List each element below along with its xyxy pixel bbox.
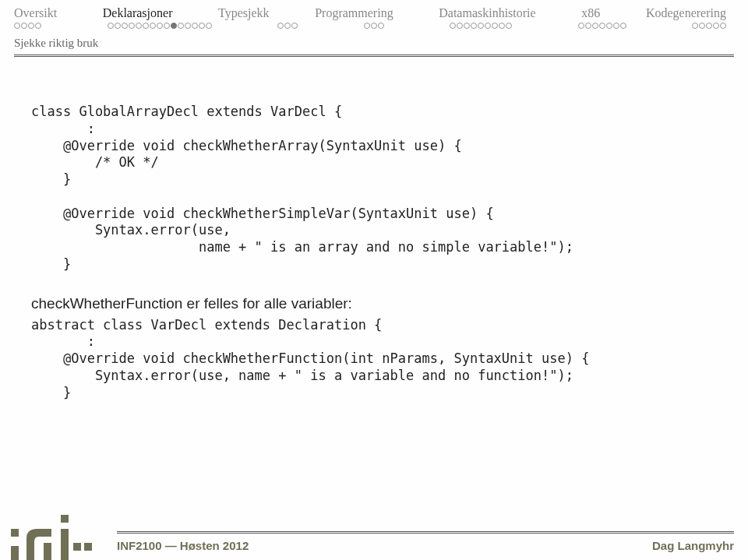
nav-tab[interactable]: Typesjekk <box>218 6 270 20</box>
progress-group <box>364 23 384 29</box>
progress-pip[interactable] <box>485 23 491 29</box>
progress-pip[interactable] <box>136 23 142 29</box>
nav-tab[interactable]: Datamaskinhistorie <box>439 6 535 20</box>
nav-tabs: OversiktDeklarasjonerTypesjekkProgrammer… <box>14 6 734 20</box>
progress-pip[interactable] <box>115 23 121 29</box>
progress-pip[interactable] <box>178 23 184 29</box>
progress-pip[interactable] <box>122 23 128 29</box>
footer-rule <box>117 531 734 534</box>
nav-tab[interactable]: Deklarasjoner <box>103 6 173 20</box>
progress-pip[interactable] <box>171 23 177 29</box>
svg-rect-5 <box>73 543 81 551</box>
progress-pip[interactable] <box>284 23 291 29</box>
progress-pip[interactable] <box>471 23 477 29</box>
progress-pip[interactable] <box>606 23 612 29</box>
progress-pip[interactable] <box>143 23 149 29</box>
progress-pip[interactable] <box>620 23 626 29</box>
progress-group <box>692 23 726 29</box>
svg-rect-0 <box>11 546 19 560</box>
progress-pip[interactable] <box>499 23 505 29</box>
progress-pip[interactable] <box>150 23 156 29</box>
progress-pip[interactable] <box>492 23 498 29</box>
progress-pips <box>14 23 734 29</box>
progress-pip[interactable] <box>157 23 163 29</box>
progress-group <box>277 23 298 29</box>
progress-pip[interactable] <box>129 23 135 29</box>
progress-pip[interactable] <box>699 23 705 29</box>
svg-rect-2 <box>44 543 51 560</box>
progress-pip[interactable] <box>613 23 619 29</box>
code-block-2: abstract class VarDecl extends Declarati… <box>31 317 717 402</box>
slide-content: class GlobalArrayDecl extends VarDecl { … <box>0 57 748 401</box>
progress-pip[interactable] <box>21 23 27 29</box>
nav-tab[interactable]: Programmering <box>315 6 393 20</box>
progress-pip[interactable] <box>592 23 598 29</box>
progress-pip[interactable] <box>450 23 456 29</box>
progress-pip[interactable] <box>199 23 205 29</box>
progress-pip[interactable] <box>291 23 298 29</box>
slide-footer: INF2100 — Høsten 2012 Dag Langmyhr <box>0 510 748 560</box>
progress-pip[interactable] <box>713 23 719 29</box>
progress-pip[interactable] <box>720 23 726 29</box>
nav-tab[interactable]: Kodegenerering <box>646 6 726 20</box>
svg-rect-3 <box>61 515 69 523</box>
progress-pip[interactable] <box>599 23 605 29</box>
progress-pip[interactable] <box>506 23 512 29</box>
progress-pip[interactable] <box>692 23 698 29</box>
progress-pip[interactable] <box>192 23 198 29</box>
nav-tab[interactable]: Oversikt <box>14 6 57 20</box>
progress-group <box>578 23 626 29</box>
svg-rect-1 <box>11 529 19 537</box>
progress-pip[interactable] <box>478 23 484 29</box>
progress-pip[interactable] <box>585 23 591 29</box>
slide-header: OversiktDeklarasjonerTypesjekkProgrammer… <box>0 0 748 50</box>
progress-pip[interactable] <box>164 23 170 29</box>
footer-course: INF2100 — Høsten 2012 <box>117 539 249 552</box>
progress-group <box>450 23 512 29</box>
nav-tab[interactable]: x86 <box>581 6 600 20</box>
progress-pip[interactable] <box>457 23 463 29</box>
progress-group <box>108 23 212 29</box>
progress-pip[interactable] <box>371 23 377 29</box>
progress-pip[interactable] <box>277 23 284 29</box>
institute-logo-icon <box>6 515 92 560</box>
progress-pip[interactable] <box>206 23 212 29</box>
progress-group <box>14 23 41 29</box>
code-block-1: class GlobalArrayDecl extends VarDecl { … <box>31 104 717 273</box>
section-title: Sjekke riktig bruk <box>14 37 734 50</box>
progress-pip[interactable] <box>185 23 191 29</box>
progress-pip[interactable] <box>578 23 584 29</box>
description-text: checkWhetherFunction er felles for alle … <box>31 295 717 312</box>
progress-pip[interactable] <box>706 23 712 29</box>
progress-pip[interactable] <box>378 23 384 29</box>
footer-author: Dag Langmyhr <box>652 539 734 552</box>
progress-pip[interactable] <box>28 23 34 29</box>
svg-rect-4 <box>61 529 69 560</box>
progress-pip[interactable] <box>108 23 114 29</box>
progress-pip[interactable] <box>14 23 20 29</box>
svg-rect-6 <box>84 543 92 551</box>
progress-pip[interactable] <box>364 23 370 29</box>
progress-pip[interactable] <box>464 23 470 29</box>
progress-pip[interactable] <box>35 23 41 29</box>
